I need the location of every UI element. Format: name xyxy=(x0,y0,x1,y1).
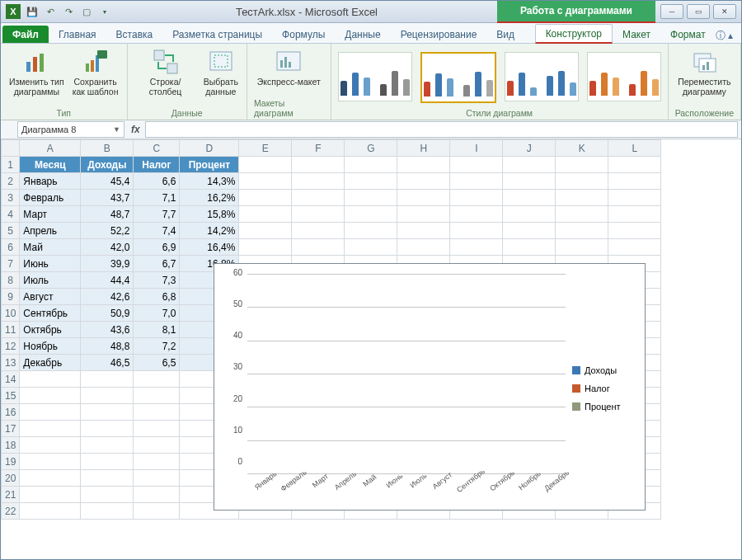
cell[interactable]: 7,3 xyxy=(134,272,180,289)
row-header[interactable]: 12 xyxy=(2,338,20,355)
cell[interactable] xyxy=(345,239,397,256)
column-header[interactable]: L xyxy=(608,140,661,157)
cell[interactable] xyxy=(239,206,292,223)
cell[interactable]: 6,7 xyxy=(134,256,180,272)
cell[interactable]: Май xyxy=(20,239,81,256)
column-header[interactable]: J xyxy=(503,140,556,157)
cell[interactable] xyxy=(20,421,81,437)
minimize-button[interactable]: ─ xyxy=(660,4,683,19)
cell[interactable] xyxy=(608,223,661,239)
cell[interactable] xyxy=(81,421,134,437)
cell[interactable] xyxy=(134,454,180,470)
cell[interactable] xyxy=(20,404,81,421)
row-header[interactable]: 19 xyxy=(2,454,20,470)
fx-label[interactable]: fx xyxy=(126,124,145,135)
cell[interactable] xyxy=(20,454,81,470)
chart-style-2-selected[interactable] xyxy=(420,52,496,103)
cell[interactable] xyxy=(345,173,397,190)
cell[interactable] xyxy=(292,223,345,239)
column-header[interactable]: G xyxy=(345,140,397,157)
cell[interactable] xyxy=(81,437,134,454)
row-header[interactable]: 14 xyxy=(2,371,20,388)
cell[interactable]: 45,4 xyxy=(81,173,134,190)
column-header[interactable]: K xyxy=(556,140,608,157)
move-chart-button[interactable]: Переместить диаграмму xyxy=(676,47,732,98)
cell[interactable]: 7,4 xyxy=(134,223,180,239)
column-header[interactable]: H xyxy=(397,140,450,157)
cell[interactable] xyxy=(81,470,134,487)
formula-input[interactable] xyxy=(145,121,738,138)
cell[interactable] xyxy=(556,239,608,256)
column-header[interactable]: E xyxy=(239,140,292,157)
chart-style-4[interactable] xyxy=(587,52,661,101)
cell[interactable] xyxy=(134,371,180,388)
cell[interactable] xyxy=(292,190,345,206)
cell[interactable]: 16,2% xyxy=(180,190,239,206)
quick-layout-button[interactable]: Экспресс-макет xyxy=(256,47,322,88)
cell[interactable]: 7,1 xyxy=(134,190,180,206)
cell[interactable] xyxy=(608,206,661,223)
cell[interactable] xyxy=(20,487,81,503)
row-header[interactable]: 17 xyxy=(2,421,20,437)
tab-chart-design[interactable]: Конструктор xyxy=(535,24,613,44)
cell[interactable] xyxy=(134,487,180,503)
cell[interactable] xyxy=(397,239,450,256)
cell[interactable] xyxy=(608,157,661,173)
row-header[interactable]: 10 xyxy=(2,305,20,322)
cell[interactable] xyxy=(292,206,345,223)
qat-dropdown-icon[interactable]: ▾ xyxy=(98,5,111,18)
cell[interactable] xyxy=(81,454,134,470)
row-header[interactable]: 11 xyxy=(2,322,20,338)
cell[interactable]: 42,0 xyxy=(81,239,134,256)
cell[interactable]: 15,8% xyxy=(180,206,239,223)
chart-style-1[interactable] xyxy=(338,52,412,101)
column-header[interactable]: C xyxy=(134,140,180,157)
tab-page-layout[interactable]: Разметка страницы xyxy=(162,26,272,43)
cell[interactable]: Август xyxy=(20,289,81,305)
name-box-dropdown-icon[interactable]: ▼ xyxy=(113,125,120,134)
cell[interactable]: Декабрь xyxy=(20,355,81,371)
tab-view[interactable]: Вид xyxy=(486,26,524,43)
cell[interactable] xyxy=(134,437,180,454)
cell[interactable]: 6,8 xyxy=(134,289,180,305)
cell[interactable]: 14,2% xyxy=(180,223,239,239)
cell[interactable]: 52,2 xyxy=(81,223,134,239)
row-header[interactable]: 9 xyxy=(2,289,20,305)
cell[interactable] xyxy=(292,173,345,190)
cell[interactable] xyxy=(134,388,180,404)
cell[interactable]: 39,9 xyxy=(81,256,134,272)
cell[interactable]: 16,4% xyxy=(180,239,239,256)
cell[interactable] xyxy=(81,487,134,503)
cell[interactable] xyxy=(239,190,292,206)
cell[interactable] xyxy=(556,190,608,206)
cell[interactable] xyxy=(608,190,661,206)
cell[interactable]: 43,7 xyxy=(81,190,134,206)
embedded-chart[interactable]: 0102030405060 ЯнварьФевральМартАпрельМай… xyxy=(214,263,646,511)
cell[interactable]: 7,2 xyxy=(134,338,180,355)
cell[interactable] xyxy=(503,239,556,256)
row-header[interactable]: 1 xyxy=(2,157,20,173)
cell[interactable]: Месяц xyxy=(20,157,81,173)
save-as-template-button[interactable]: Сохранить как шаблон xyxy=(71,47,120,98)
cell[interactable] xyxy=(397,173,450,190)
tab-formulas[interactable]: Формулы xyxy=(272,26,335,43)
spreadsheet-grid[interactable]: ABCDEFGHIJKL1МесяцДоходыНалогПроцент2Янв… xyxy=(1,139,741,559)
cell[interactable] xyxy=(20,470,81,487)
cell[interactable] xyxy=(450,190,503,206)
row-header[interactable]: 18 xyxy=(2,437,20,454)
cell[interactable]: 14,3% xyxy=(180,173,239,190)
cell[interactable]: 43,6 xyxy=(81,322,134,338)
cell[interactable]: 44,4 xyxy=(81,272,134,289)
cell[interactable] xyxy=(556,223,608,239)
cell[interactable] xyxy=(81,503,134,520)
cell[interactable]: Доходы xyxy=(81,157,134,173)
cell[interactable] xyxy=(134,470,180,487)
row-header[interactable]: 13 xyxy=(2,355,20,371)
chart-style-3[interactable] xyxy=(505,52,579,101)
row-header[interactable]: 2 xyxy=(2,173,20,190)
cell[interactable] xyxy=(450,173,503,190)
row-header[interactable]: 3 xyxy=(2,190,20,206)
cell[interactable]: Сентябрь xyxy=(20,305,81,322)
cell[interactable] xyxy=(134,421,180,437)
cell[interactable]: 48,7 xyxy=(81,206,134,223)
